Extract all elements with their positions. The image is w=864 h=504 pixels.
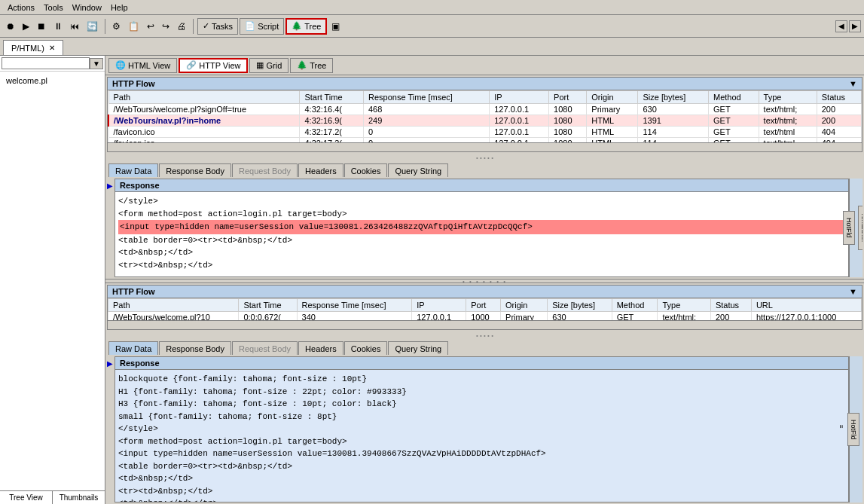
tab-http-view[interactable]: 🔗 HTTP View — [179, 58, 248, 73]
play-btn[interactable]: ▶ — [20, 18, 32, 35]
tree-inner-label: Tree — [310, 61, 326, 70]
tab-html-view[interactable]: 🌐 HTML View — [108, 58, 177, 73]
upper-table-row-0[interactable]: /WebTours/welcome.pl?signOff=true4:32:16… — [108, 104, 862, 115]
lower-tab-headers[interactable]: Headers — [298, 341, 343, 355]
upper-response-box: Response </style> <form method=post acti… — [114, 179, 849, 277]
tasks-button[interactable]: ✓ Tasks — [197, 18, 238, 35]
menu-help[interactable]: Help — [106, 2, 133, 13]
lower-tab-request-body[interactable]: Request Body — [232, 341, 298, 355]
upper-cell-0-6: 630 — [638, 104, 709, 115]
lower-splitter: • • • • • — [105, 331, 864, 340]
lower-tab-cookies[interactable]: Cookies — [344, 341, 388, 355]
lower-scrollbar-h[interactable] — [108, 320, 862, 329]
lower-tab-query[interactable]: Query String — [388, 341, 448, 355]
col-status: Status — [817, 91, 861, 104]
main-layout: open_index ▼ welcome.pl Tree View Thumbn… — [0, 56, 864, 504]
lower-table-row[interactable]: /WebTours/welcome.pl?10 0:0:0.672( 340 1… — [108, 312, 862, 321]
upper-response-content[interactable]: </style> <form method=post action=login.… — [115, 192, 848, 276]
tasks-label: Tasks — [212, 22, 233, 31]
lower-response-box: Response blockquote {font-family: tahoma… — [114, 356, 849, 502]
upper-table-row-1[interactable]: /WebTours/nav.pl?in=home4:32:16.9(249127… — [108, 115, 862, 127]
settings-btn[interactable]: ⚙ — [109, 18, 124, 35]
upper-response-area: ▶ Response </style> <form method=post ac… — [107, 179, 862, 277]
right-panel: 🌐 HTML View 🔗 HTTP View ▦ Grid 🌲 Tree HT… — [105, 56, 864, 504]
upper-cell-1-5: HTML — [587, 115, 638, 127]
lower-col-status: Status — [710, 299, 751, 312]
lower-scroll-indicator[interactable]: ≡ — [838, 425, 844, 434]
top-tab-bar: P/HTML) ✕ — [0, 38, 864, 56]
clipboard-btn[interactable]: 📋 — [125, 18, 142, 35]
lower-tab-response-body[interactable]: Response Body — [159, 341, 231, 355]
upper-tab-headers[interactable]: Headers — [298, 163, 343, 177]
upper-text-editor-btn[interactable]: TextEditor — [858, 206, 863, 249]
upper-hot-fld-btn[interactable]: HotFld — [843, 211, 855, 245]
undo-btn[interactable]: ↩ — [144, 18, 157, 35]
http-view-icon: 🔗 — [186, 60, 197, 70]
upper-table-row-2[interactable]: /favicon.ico4:32:17.2(0127.0.0.11080HTML… — [108, 127, 862, 138]
col-ip: IP — [490, 91, 549, 104]
lower-flow-table[interactable]: Path Start Time Response Time [msec] IP … — [108, 298, 862, 320]
menu-window[interactable]: Window — [68, 2, 106, 13]
upper-cell-0-2: 468 — [364, 104, 490, 115]
upper-cell-1-1: 4:32:16.9( — [300, 115, 364, 127]
tab-thumbnails[interactable]: Thumbnails — [53, 491, 105, 504]
upper-cell-0-0: /WebTours/welcome.pl?signOff=true — [108, 104, 300, 115]
step-btn[interactable]: ⏮ — [67, 18, 82, 35]
lower-cell-type: text/html; — [658, 312, 710, 321]
menu-actions[interactable]: Actions — [3, 2, 39, 13]
upper-flow-title: HTTP Flow — [112, 79, 155, 88]
menu-tools[interactable]: Tools — [39, 2, 68, 13]
lower-filter-icon[interactable]: ▼ — [849, 287, 857, 296]
upper-tab-query[interactable]: Query String — [388, 163, 448, 177]
print-btn[interactable]: 🖨 — [174, 18, 189, 35]
upper-http-flow: HTTP Flow ▼ Path Start Time Response Tim… — [107, 77, 862, 152]
upper-scrollbar-h[interactable] — [108, 142, 862, 151]
lower-hot-fld-btn[interactable]: HotFld — [847, 413, 859, 447]
lower-line-11: <td>&nbsp;</td></tr> — [118, 497, 845, 502]
lower-cell-status: 200 — [710, 312, 751, 321]
toolbar: ⏺ ▶ ⏹ ⏸ ⏮ 🔄 ⚙ 📋 ↩ ↪ 🖨 ✓ Tasks 📄 Script 🌲… — [0, 15, 864, 38]
lower-cell-size: 630 — [548, 312, 612, 321]
upper-cell-0-9: 200 — [817, 104, 861, 115]
upper-tab-request-body[interactable]: Request Body — [232, 163, 298, 177]
nav-next[interactable]: ▶ — [849, 20, 861, 32]
tree-inner-icon: 🌲 — [297, 60, 307, 70]
tab-tree-view[interactable]: Tree View — [0, 491, 53, 504]
filter-icon[interactable]: ▼ — [849, 79, 857, 88]
lower-response-content[interactable]: blockquote {font-family: tahoma; font-si… — [115, 370, 848, 502]
stop-btn[interactable]: ⏹ — [34, 18, 49, 35]
script-button[interactable]: 📄 Script — [240, 18, 284, 35]
tab-tree[interactable]: 🌲 Tree — [290, 58, 333, 73]
upper-tab-raw[interactable]: Raw Data — [108, 163, 158, 177]
search-input[interactable]: open_index — [2, 57, 90, 69]
lower-flow-header: HTTP Flow ▼ — [108, 286, 862, 298]
tab-grid[interactable]: ▦ Grid — [249, 58, 289, 73]
redo-btn[interactable]: ↪ — [159, 18, 172, 35]
menu-bar: Actions Tools Window Help — [0, 0, 864, 15]
upper-cell-0-1: 4:32:16.4( — [300, 104, 364, 115]
tab-close-icon[interactable]: ✕ — [49, 44, 55, 52]
nav-prev[interactable]: ◀ — [835, 20, 847, 32]
extra-btn[interactable]: ▣ — [328, 18, 343, 35]
col-response-time: Response Time [msec] — [364, 91, 490, 104]
upper-flow-table[interactable]: Path Start Time Response Time [msec] IP … — [108, 90, 862, 142]
tree-button[interactable]: 🌲 Tree — [285, 18, 327, 35]
pause-btn[interactable]: ⏸ — [50, 18, 66, 35]
toolbar-sep-2 — [193, 19, 194, 34]
search-dropdown-btn[interactable]: ▼ — [90, 58, 103, 69]
col-path: Path — [108, 91, 300, 104]
record-btn[interactable]: ⏺ — [3, 18, 18, 35]
lower-line-2: H1 {font-family: tahoma; font-size : 22p… — [118, 386, 845, 399]
lower-cell-port: 1000 — [466, 312, 501, 321]
upper-tab-cookies[interactable]: Cookies — [344, 163, 388, 177]
inner-tab-bar: 🌐 HTML View 🔗 HTTP View ▦ Grid 🌲 Tree — [105, 56, 864, 75]
upper-response-line-highlighted: <input type=hidden name=userSession valu… — [118, 220, 845, 234]
lower-http-flow: HTTP Flow ▼ Path Start Time Response Tim… — [107, 285, 862, 330]
tab-p-html[interactable]: P/HTML) ✕ — [3, 40, 63, 55]
upper-tab-response-body[interactable]: Response Body — [159, 163, 231, 177]
lower-tab-raw[interactable]: Raw Data — [108, 341, 158, 355]
upper-cell-2-9: 404 — [817, 127, 861, 138]
upper-cell-2-5: HTML — [587, 127, 638, 138]
tree-item-welcome[interactable]: welcome.pl — [3, 75, 102, 87]
refresh-btn[interactable]: 🔄 — [84, 18, 101, 35]
